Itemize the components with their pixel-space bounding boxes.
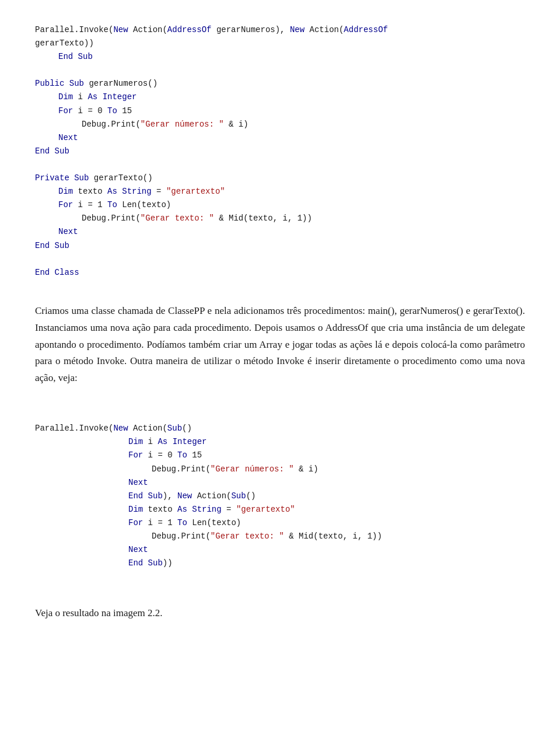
code-line: For i = 1 To Len(texto) xyxy=(35,198,525,212)
code-block-1: Parallel.Invoke(New Action(AddressOf ger… xyxy=(35,23,525,279)
code-line: End Sub), New Action(Sub() xyxy=(35,490,525,503)
code-line xyxy=(35,158,525,172)
code-line: Parallel.Invoke(New Action(AddressOf ger… xyxy=(35,23,525,37)
code-line: Next xyxy=(35,225,525,239)
code-block-2: Parallel.Invoke(New Action(Sub() Dim i A… xyxy=(35,422,525,570)
prose-paragraph-1: Criamos uma classe chamada de ClassePP e… xyxy=(35,303,525,387)
code-line: Debug.Print("Gerar texto: " & Mid(texto,… xyxy=(35,530,525,543)
page-content: Parallel.Invoke(New Action(AddressOf ger… xyxy=(35,23,525,622)
code-line: Dim texto As String = "gerartexto" xyxy=(35,503,525,516)
code-line: Debug.Print("Gerar números: " & i) xyxy=(35,118,525,131)
code-line: Next xyxy=(35,543,525,557)
code-line: Private Sub gerarTexto() xyxy=(35,172,525,185)
code-line: Debug.Print("Gerar números: " & i) xyxy=(35,463,525,476)
code-line: End Sub xyxy=(35,145,525,158)
code-line: Dim i As Integer xyxy=(35,90,525,104)
code-line: For i = 0 To 15 xyxy=(35,104,525,118)
code-line: Debug.Print("Gerar texto: " & Mid(texto,… xyxy=(35,212,525,225)
code-line xyxy=(35,64,525,77)
code-line: For i = 1 To Len(texto) xyxy=(35,516,525,530)
code-line: Next xyxy=(35,476,525,490)
code-line: gerarTexto)) xyxy=(35,37,525,50)
prose-paragraph-2: Veja o resultado na imagem 2.2. xyxy=(35,605,525,622)
code-line xyxy=(35,253,525,266)
code-line: Parallel.Invoke(New Action(Sub() xyxy=(35,422,525,435)
code-line: End Sub xyxy=(35,50,525,64)
code-line: Public Sub gerarNumeros() xyxy=(35,77,525,90)
code-line: End Class xyxy=(35,266,525,279)
code-line: For i = 0 To 15 xyxy=(35,449,525,462)
code-line: Dim i As Integer xyxy=(35,435,525,449)
code-line: End Sub)) xyxy=(35,557,525,570)
code-line: Dim texto As String = "gerartexto" xyxy=(35,185,525,198)
code-line: Next xyxy=(35,131,525,145)
code-line: End Sub xyxy=(35,239,525,253)
